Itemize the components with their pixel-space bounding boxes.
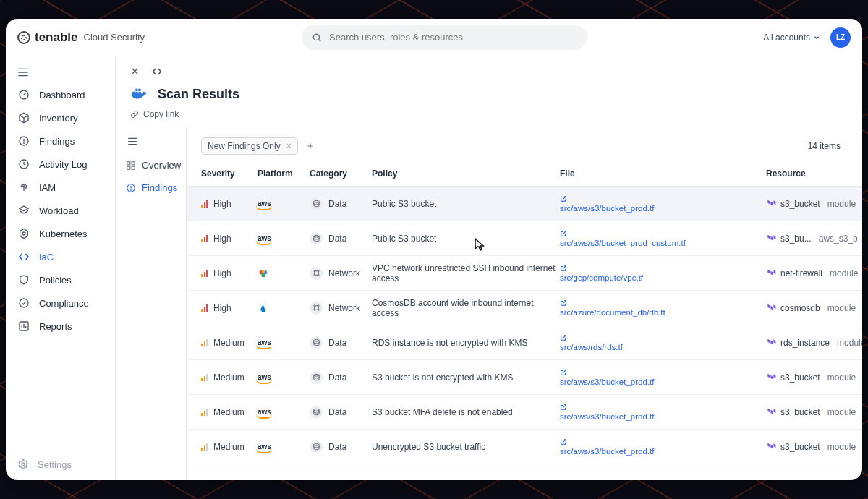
file-path[interactable]: src/aws/s3/bucket_prod.tf [560, 447, 766, 456]
table-row[interactable]: MediumawsDataUnencrypted S3 bucket traff… [187, 430, 862, 464]
file-path[interactable]: src/azure/document_db/db.tf [560, 308, 766, 317]
file-cell[interactable]: src/aws/s3/bucket_prod.tf [560, 404, 766, 421]
sidebar-item-label: Reports [39, 321, 72, 332]
svg-point-44 [313, 274, 315, 276]
severity-bars-icon [201, 443, 208, 451]
table-row[interactable]: HighawsDataPublic S3 bucketsrc/aws/s3/bu… [187, 221, 862, 256]
category-label: Network [328, 303, 360, 313]
severity-cell: High [201, 268, 258, 278]
sidebar-item-dashboard[interactable]: Dashboard [6, 84, 115, 106]
file-cell[interactable]: src/gcp/compute/vpc.tf [560, 265, 766, 282]
close-icon[interactable] [130, 67, 140, 76]
table-row[interactable]: HighNetworkVPC network unrestricted SSH … [187, 256, 862, 291]
policy-cell: Unencrypted S3 bucket traffic [372, 442, 560, 452]
main-sidebar: Dashboard Inventory Findings Activity Lo… [6, 56, 116, 480]
sidebar-item-label: Policies [39, 275, 72, 286]
external-link-icon[interactable] [560, 299, 766, 307]
search-icon [312, 33, 322, 43]
file-path[interactable]: src/aws/s3/bucket_prod.tf [560, 412, 766, 421]
sidebar-item-compliance[interactable]: Compliance [6, 292, 115, 314]
table-row[interactable]: MediumawsDataS3 bucket is not encrypted … [187, 360, 862, 395]
copy-link-button[interactable]: Copy link [130, 109, 848, 119]
user-avatar[interactable]: LZ [830, 27, 851, 48]
sidebar-item-label: IAM [39, 182, 56, 193]
col-severity[interactable]: Severity [201, 169, 258, 179]
svg-rect-32 [132, 166, 135, 169]
category-cell: Network [310, 267, 372, 280]
terraform-icon [766, 407, 776, 417]
sidebar-item-iac[interactable]: IaC [6, 246, 115, 268]
sidebar-toggle[interactable] [6, 64, 115, 84]
category-icon [310, 336, 323, 349]
file-cell[interactable]: src/azure/document_db/db.tf [560, 299, 766, 317]
file-path[interactable]: src/aws/s3/bucket_prod.tf [560, 378, 766, 386]
external-link-icon[interactable] [560, 369, 766, 376]
collapse-icon[interactable] [151, 67, 163, 76]
add-filter-button[interactable]: ＋ [305, 140, 315, 153]
check-badge-icon [17, 297, 30, 309]
subnav-overview[interactable]: Overview [116, 154, 186, 176]
resource-module: module [827, 372, 856, 383]
file-cell[interactable]: src/aws/s3/bucket_prod_custom.tf [560, 230, 766, 247]
external-link-icon[interactable] [560, 334, 766, 341]
sidebar-item-findings[interactable]: Findings [6, 130, 115, 152]
sidebar-settings[interactable]: Settings [6, 451, 115, 480]
file-path[interactable]: src/aws/rds/rds.tf [560, 343, 766, 351]
file-path[interactable]: src/aws/s3/bucket_prod_custom.tf [560, 239, 766, 247]
col-policy[interactable]: Policy [372, 169, 560, 179]
table-row[interactable]: HighawsDataPublic S3 bucketsrc/aws/s3/bu… [187, 187, 862, 221]
external-link-icon[interactable] [560, 195, 766, 202]
sidebar-item-reports[interactable]: Reports [6, 315, 115, 337]
category-icon [310, 302, 323, 315]
file-path[interactable]: src/gcp/compute/vpc.tf [560, 273, 766, 282]
category-icon [310, 440, 323, 453]
terraform-icon [766, 268, 776, 278]
global-search[interactable] [302, 25, 587, 50]
resource-name: rds_instance [780, 338, 830, 348]
external-link-icon[interactable] [560, 265, 766, 272]
resource-module: module [837, 338, 862, 348]
resource-name: s3_bucket [780, 199, 820, 209]
sidebar-item-activity-log[interactable]: Activity Log [6, 153, 115, 175]
col-file[interactable]: File [560, 169, 766, 179]
policy-cell: CosmosDB account wide inbound internet a… [372, 298, 560, 318]
close-icon[interactable]: × [286, 141, 292, 151]
svg-marker-10 [20, 206, 28, 211]
severity-label: High [213, 234, 231, 244]
file-cell[interactable]: src/aws/s3/bucket_prod.tf [560, 438, 766, 456]
col-category[interactable]: Category [310, 169, 372, 179]
table-row[interactable]: MediumawsDataS3 bucket MFA delete is not… [187, 395, 862, 430]
external-link-icon[interactable] [560, 404, 766, 411]
file-cell[interactable]: src/aws/s3/bucket_prod.tf [560, 195, 766, 213]
sidebar-item-inventory[interactable]: Inventory [6, 107, 115, 129]
findings-table: New Findings Only × ＋ 14 items Severity … [187, 127, 862, 480]
account-selector[interactable]: All accounts [763, 33, 820, 43]
sidebar-item-kubernetes[interactable]: Kubernetes [6, 223, 115, 244]
external-link-icon[interactable] [560, 230, 766, 237]
file-path[interactable]: src/aws/s3/bucket_prod.tf [560, 204, 766, 213]
policy-cell: Public S3 bucket [372, 234, 560, 244]
sidebar-item-label: Inventory [39, 113, 77, 124]
table-body[interactable]: HighawsDataPublic S3 bucketsrc/aws/s3/bu… [187, 187, 862, 480]
col-platform[interactable]: Platform [258, 169, 310, 179]
filter-chip-new-findings[interactable]: New Findings Only × [201, 137, 298, 155]
gauge-icon [17, 89, 30, 101]
sidebar-item-workload[interactable]: Workload [6, 200, 115, 221]
sidebar-item-iam[interactable]: IAM [6, 176, 115, 198]
chevron-down-icon [813, 34, 820, 41]
table-row[interactable]: HighNetworkCosmosDB account wide inbound… [187, 291, 862, 325]
col-resource[interactable]: Resource [766, 169, 862, 179]
subnav-findings[interactable]: Findings [116, 176, 186, 199]
table-row[interactable]: MediumawsDataRDS instance is not encrypt… [187, 325, 862, 360]
severity-label: Medium [213, 372, 244, 383]
file-cell[interactable]: src/aws/s3/bucket_prod.tf [560, 369, 766, 386]
category-icon [310, 371, 323, 384]
sidebar-item-label: Findings [39, 136, 75, 147]
external-link-icon[interactable] [560, 438, 766, 445]
file-cell[interactable]: src/aws/rds/rds.tf [560, 334, 766, 351]
sidebar-item-policies[interactable]: Policies [6, 269, 115, 291]
subnav-menu-icon[interactable] [116, 137, 186, 154]
search-input[interactable] [329, 32, 577, 43]
category-cell: Data [310, 336, 372, 349]
platform-cell [258, 268, 310, 279]
